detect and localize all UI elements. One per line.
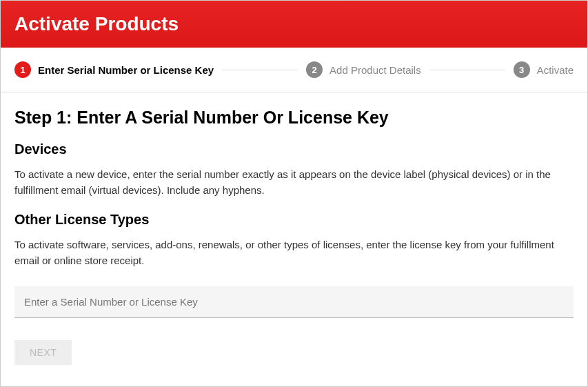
serial-input[interactable]	[14, 286, 574, 318]
step-1-circle: 1	[14, 61, 31, 78]
content-area: Step 1: Enter A Serial Number Or License…	[1, 92, 587, 379]
devices-text: To activate a new device, enter the seri…	[14, 167, 574, 198]
other-license-heading: Other License Types	[14, 212, 574, 228]
step-1-label: Enter Serial Number or License Key	[38, 64, 214, 76]
step-connector	[429, 70, 505, 70]
devices-heading: Devices	[14, 141, 574, 157]
serial-input-wrapper	[14, 286, 574, 318]
page-header: Activate Products	[1, 1, 587, 48]
stepper: 1 Enter Serial Number or License Key 2 A…	[1, 48, 587, 92]
step-3-label: Activate	[537, 64, 574, 76]
step-2: 2 Add Product Details	[306, 61, 421, 78]
step-heading: Step 1: Enter A Serial Number Or License…	[14, 108, 574, 128]
step-3-circle: 3	[514, 61, 530, 78]
step-2-label: Add Product Details	[330, 64, 421, 76]
step-1: 1 Enter Serial Number or License Key	[14, 61, 214, 78]
step-3: 3 Activate	[514, 61, 574, 78]
step-2-circle: 2	[306, 61, 323, 78]
page-title: Activate Products	[14, 13, 574, 35]
next-button[interactable]: NEXT	[14, 340, 72, 365]
other-license-text: To activate software, services, add-ons,…	[14, 237, 574, 268]
step-connector	[222, 70, 298, 70]
